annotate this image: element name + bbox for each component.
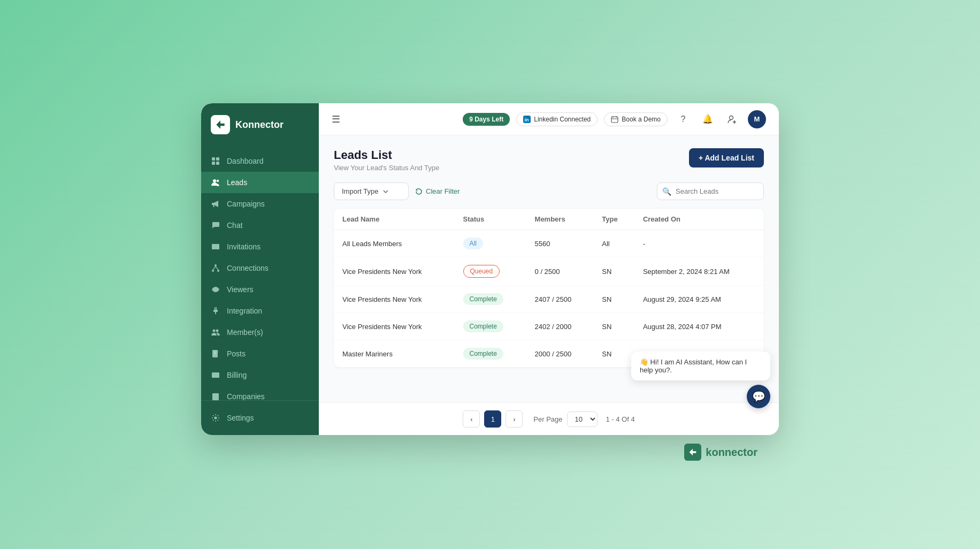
sidebar-item-integration[interactable]: Integration [201, 300, 319, 322]
total-count: 1 - 4 Of 4 [606, 415, 635, 423]
svg-line-10 [213, 266, 216, 270]
grid-icon [211, 156, 220, 166]
created-on-cell: August 28, 2024 4:07 PM [634, 313, 764, 340]
chat-fab-button[interactable]: 💬 [747, 385, 770, 408]
members-cell: 2402 / 2000 [526, 313, 594, 340]
status-cell: Queued [455, 257, 526, 286]
lead-name-cell: Vice Presidents New York [334, 286, 455, 313]
megaphone-icon [211, 199, 220, 209]
page-header: Leads List View Your Lead's Status And T… [334, 148, 764, 172]
svg-rect-35 [611, 117, 618, 123]
prev-page-button[interactable]: ‹ [463, 410, 480, 428]
users-icon [211, 178, 220, 187]
sidebar-item-chat[interactable]: Chat [201, 215, 319, 236]
svg-point-9 [217, 270, 219, 272]
type-cell: SN [593, 286, 634, 313]
per-page-label: Per Page [533, 415, 562, 423]
eye-icon [211, 285, 220, 294]
brand-logo-icon [684, 444, 701, 461]
sidebar-item-campaigns[interactable]: Campaigns [201, 193, 319, 215]
search-leads-input[interactable] [657, 182, 764, 200]
sidebar-item-label: Posts [227, 349, 246, 358]
svg-rect-29 [215, 396, 216, 398]
status-badge: Queued [463, 265, 500, 278]
per-page-select[interactable]: 10 25 50 [567, 411, 598, 427]
calendar-icon [611, 116, 618, 123]
sidebar-item-connections[interactable]: Connections [201, 257, 319, 279]
status-badge: All [463, 238, 483, 249]
search-icon: 🔍 [662, 187, 671, 196]
created-on-cell: - [634, 230, 764, 257]
col-status: Status [455, 209, 526, 230]
logo-text: Konnector [235, 119, 284, 131]
logo-icon [211, 115, 230, 134]
svg-rect-15 [213, 310, 218, 312]
svg-rect-16 [215, 312, 216, 314]
type-cell: All [593, 230, 634, 257]
card-icon [211, 370, 220, 380]
linkedin-icon: in [523, 116, 531, 123]
svg-point-12 [215, 288, 217, 291]
sidebar-item-billing[interactable]: Billing [201, 364, 319, 386]
avatar[interactable]: M [748, 110, 766, 128]
notification-button[interactable]: 🔔 [699, 110, 717, 128]
filters-row: Import Type Clear Filter 🔍 [334, 182, 764, 200]
svg-rect-14 [216, 307, 217, 310]
help-button[interactable]: ? [674, 110, 692, 128]
add-lead-list-button[interactable]: + Add Lead List [689, 148, 764, 167]
file-icon [211, 349, 220, 359]
svg-text:in: in [525, 117, 529, 123]
sidebar-item-posts[interactable]: Posts [201, 343, 319, 364]
type-cell: SN [593, 257, 634, 286]
sidebar-item-label: Companies [227, 392, 265, 400]
status-badge: Complete [463, 348, 503, 360]
sidebar-item-companies[interactable]: Companies [201, 386, 319, 400]
import-type-filter[interactable]: Import Type [334, 182, 409, 200]
menu-icon[interactable]: ☰ [332, 113, 340, 125]
clear-filter-button[interactable]: Clear Filter [415, 187, 460, 195]
type-cell: SN [593, 313, 634, 340]
lead-name-cell: Vice Presidents New York [334, 313, 455, 340]
sidebar-item-members[interactable]: Member(s) [201, 322, 319, 343]
table-row: Vice Presidents New York Complete 2407 /… [334, 286, 764, 313]
current-page-button[interactable]: 1 [484, 410, 501, 428]
sidebar-item-dashboard[interactable]: Dashboard [201, 150, 319, 172]
svg-rect-3 [216, 162, 219, 165]
members-cell: 5560 [526, 230, 594, 257]
svg-point-18 [216, 330, 219, 332]
created-on-cell: August 29, 2024 9:25 AM [634, 286, 764, 313]
linkedin-badge: in Linkedin Connected [516, 112, 598, 126]
building-icon [211, 392, 220, 400]
svg-point-39 [730, 116, 733, 119]
svg-rect-30 [217, 396, 218, 398]
sidebar-item-settings[interactable]: Settings [201, 407, 319, 429]
chat-icon [211, 220, 220, 230]
network-icon [211, 263, 220, 273]
book-demo-button[interactable]: Book a Demo [604, 112, 668, 126]
user-connect-button[interactable] [723, 110, 741, 128]
svg-rect-25 [213, 394, 215, 395]
col-type: Type [593, 209, 634, 230]
sidebar-item-label: Integration [227, 307, 262, 315]
sidebar-item-leads[interactable]: Leads [201, 172, 319, 193]
lead-name-cell: Master Mariners [334, 340, 455, 368]
gear-icon [211, 413, 220, 423]
svg-rect-27 [217, 394, 218, 395]
members-cell: 2407 / 2500 [526, 286, 594, 313]
sidebar-item-label: Viewers [227, 285, 254, 294]
sidebar-item-label: Billing [227, 371, 247, 379]
sidebar-item-label: Leads [227, 178, 247, 187]
next-page-button[interactable]: › [506, 410, 523, 428]
sidebar-item-viewers[interactable]: Viewers [201, 279, 319, 300]
refresh-icon [415, 188, 423, 195]
members-cell: 0 / 2500 [526, 257, 594, 286]
chat-toast: 👋 Hi! I am AI Assistant, How can I help … [631, 352, 770, 380]
sidebar-item-invitations[interactable]: Invitations [201, 236, 319, 257]
app-container: Konnector Dashboard Leads [201, 103, 779, 435]
chevron-down-icon [382, 188, 389, 195]
sidebar-item-label: Member(s) [227, 328, 263, 337]
svg-rect-26 [215, 394, 216, 395]
svg-rect-1 [216, 157, 219, 161]
svg-rect-23 [212, 374, 219, 376]
svg-rect-28 [213, 396, 215, 398]
